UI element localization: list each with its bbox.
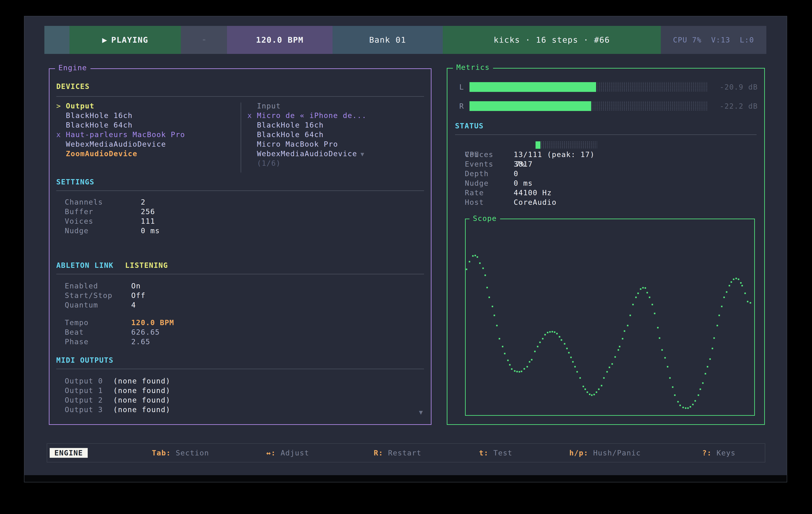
scope-data-point — [556, 333, 558, 334]
scope-data-point — [598, 388, 600, 390]
scope-data-point — [744, 293, 746, 294]
scope-data-point — [496, 325, 498, 326]
scope-data-point — [499, 338, 500, 339]
bank-display: Bank 01 — [332, 26, 443, 54]
status-heading: STATUS — [455, 122, 484, 130]
hint-label: Adjust — [281, 449, 309, 457]
device-row[interactable]: BlackHole 16ch — [248, 120, 422, 130]
midi-label: Output 2 — [65, 395, 103, 405]
device-row[interactable]: WebexMediaAudioDevice — [56, 140, 239, 149]
hint-label: Restart — [388, 449, 421, 457]
pattern-display: kicks · 16 steps · #66 — [443, 26, 661, 54]
device-label: BlackHole 64ch — [257, 130, 324, 139]
scope-data-point — [537, 346, 539, 347]
app-window: ▶PLAYING 120.0 BPM Bank 01 kicks · 16 st… — [24, 16, 787, 482]
scope-data-point — [664, 357, 666, 358]
midi-value[interactable]: (none found) — [113, 405, 171, 415]
level-meter-left: L -20.9 dB — [447, 82, 764, 92]
scope-data-point — [504, 353, 505, 354]
device-row[interactable]: BlackHole 64ch — [56, 120, 239, 130]
scope-data-point — [474, 255, 476, 256]
scope-data-point — [712, 347, 713, 349]
device-row-active[interactable]: xHaut-parleurs MacBook Pro — [56, 130, 239, 140]
scope-data-point — [690, 406, 691, 408]
link-value[interactable]: 4 — [131, 300, 136, 310]
status-label: Nudge — [465, 179, 489, 188]
hint-keys: ? Keys — [702, 444, 735, 462]
status-value: 13/111 (peak: 17) — [514, 150, 595, 159]
status-label: Events — [465, 159, 493, 169]
device-label: WebexMediaAudioDevice — [66, 140, 166, 148]
setting-label: Buffer — [65, 207, 93, 216]
scope-data-point — [702, 382, 704, 384]
mode-badge-engine[interactable]: ENGINE — [50, 448, 88, 458]
setting-value[interactable]: 2 — [141, 198, 145, 207]
scope-data-point — [742, 285, 743, 286]
phase-value: 2.65 — [131, 337, 150, 346]
scope-data-point — [614, 356, 616, 358]
setting-value[interactable]: 111 — [141, 216, 155, 226]
hint-label: Section — [176, 449, 209, 457]
scope-data-point — [494, 315, 495, 316]
scope-data-point — [719, 315, 720, 316]
tempo-value[interactable]: 120.0 BPM — [131, 318, 174, 328]
link-value[interactable]: Off — [131, 291, 145, 300]
setting-row: Nudge0 ms — [50, 226, 431, 236]
scope-data-point — [721, 306, 723, 307]
scope-data-point — [566, 347, 568, 349]
midi-label: Output 3 — [65, 405, 103, 415]
midi-value[interactable]: (none found) — [113, 395, 171, 405]
scope-data-point — [492, 306, 493, 307]
device-label: WebexMediaAudioDevice — [257, 149, 357, 158]
hint-hush-panic: h/p Hush/Panic — [569, 444, 641, 462]
scope-data-point — [531, 359, 532, 360]
divider — [56, 369, 424, 369]
setting-value[interactable]: 0 ms — [141, 226, 160, 236]
setting-label: Voices — [65, 216, 93, 226]
device-label: BlackHole 16ch — [66, 111, 133, 120]
scope-data-point — [586, 391, 588, 393]
device-row[interactable]: BlackHole 16ch — [56, 111, 239, 120]
scope-data-point — [632, 304, 634, 305]
device-row[interactable]: BlackHole 64ch — [248, 130, 422, 140]
selection-marker: > — [56, 101, 66, 111]
beat-row: Beat626.65 — [50, 328, 431, 337]
scope-data-point — [521, 370, 522, 372]
scope-data-point — [582, 386, 584, 387]
midi-row: Output 1(none found) — [50, 386, 431, 395]
device-row[interactable]: WebexMediaAudioDevice▼ — [248, 149, 422, 158]
setting-label: Channels — [65, 198, 103, 207]
setting-value[interactable]: 256 — [141, 207, 155, 216]
scope-data-point — [622, 338, 623, 339]
scope-data-point — [483, 267, 484, 269]
status-row: Nudge0 ms — [447, 179, 764, 188]
scope-data-point — [488, 297, 490, 298]
scope-data-point — [514, 370, 515, 372]
scope-data-point — [669, 377, 671, 379]
bpm-display: 120.0 BPM — [227, 26, 332, 54]
device-row-output-header[interactable]: >Output — [56, 101, 239, 111]
scope-data-point — [679, 404, 681, 406]
midi-row: Output 3(none found) — [50, 405, 431, 415]
meter-track — [469, 101, 708, 111]
top-bar: ▶PLAYING 120.0 BPM Bank 01 kicks · 16 st… — [45, 26, 766, 54]
scope-panel: Scope — [465, 219, 755, 416]
device-row-highlight[interactable]: ZoomAudioDevice — [56, 149, 239, 158]
setting-row: Voices111 — [50, 216, 431, 226]
metrics-panel: Metrics L -20.9 dB R -22.2 dB STATUS CPU… — [447, 68, 765, 425]
scope-data-point — [654, 313, 656, 314]
midi-value[interactable]: (none found) — [113, 386, 171, 395]
link-value[interactable]: On — [131, 281, 141, 291]
scope-data-point — [603, 377, 605, 379]
screen: ▶PLAYING 120.0 BPM Bank 01 kicks · 16 st… — [0, 0, 812, 514]
midi-value[interactable]: (none found) — [113, 376, 171, 386]
scope-data-point — [683, 406, 684, 408]
device-row[interactable]: Micro MacBook Pro — [248, 140, 422, 149]
device-row-active[interactable]: xMicro de « iPhone de... — [248, 111, 422, 120]
device-column-header: Input — [248, 101, 422, 111]
scope-data-point — [574, 366, 576, 367]
transport-label: PLAYING — [111, 35, 148, 44]
devices-heading: DEVICES — [56, 82, 90, 91]
hint-label: Hush/Panic — [593, 449, 641, 457]
meter-db-value: -20.9 dB — [720, 82, 758, 92]
